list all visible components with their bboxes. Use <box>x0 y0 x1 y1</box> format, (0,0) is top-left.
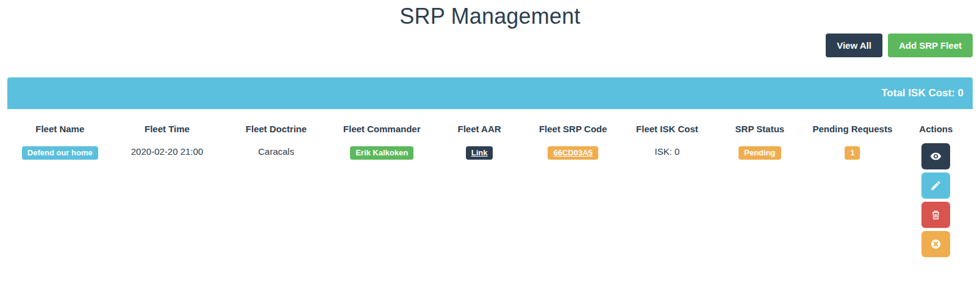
fleet-doctrine-value: Caracals <box>221 139 331 262</box>
pencil-icon <box>930 180 942 191</box>
fleet-time-value: 2020-02-20 21:00 <box>113 139 222 262</box>
table-header-row: Fleet Name Fleet Time Fleet Doctrine Fle… <box>7 119 973 139</box>
fleet-srp-code-link[interactable]: 66CD03A5 <box>548 146 598 160</box>
column-header-fleet-time: Fleet Time <box>113 119 222 139</box>
fleet-aar-link[interactable]: Link <box>466 146 493 160</box>
circle-x-icon <box>930 238 942 250</box>
edit-fleet-button[interactable] <box>921 172 950 199</box>
column-header-fleet-commander: Fleet Commander <box>331 119 433 139</box>
table-row: Defend our home 2020-02-20 21:00 Caracal… <box>7 139 973 262</box>
srp-management-page: SRP Management View All Add SRP Fleet To… <box>0 0 980 262</box>
total-isk-cost-label: Total ISK Cost: 0 <box>881 87 964 99</box>
total-isk-cost-banner: Total ISK Cost: 0 <box>7 77 973 109</box>
column-header-fleet-srp-code: Fleet SRP Code <box>526 119 620 139</box>
fleet-name-badge: Defend our home <box>22 146 98 160</box>
column-header-actions: Actions <box>900 119 973 139</box>
view-fleet-button[interactable] <box>921 143 950 169</box>
column-header-fleet-name: Fleet Name <box>7 119 113 139</box>
pending-requests-badge: 1 <box>845 146 860 160</box>
page-title: SRP Management <box>7 0 973 29</box>
column-header-srp-status: SRP Status <box>714 119 806 139</box>
srp-fleet-table: Fleet Name Fleet Time Fleet Doctrine Fle… <box>7 119 973 262</box>
view-all-button[interactable]: View All <box>826 34 882 57</box>
column-header-pending-requests: Pending Requests <box>806 119 900 139</box>
delete-fleet-button[interactable] <box>921 202 950 228</box>
toolbar: View All Add SRP Fleet <box>7 34 973 57</box>
srp-status-badge: Pending <box>739 146 781 160</box>
add-srp-fleet-button[interactable]: Add SRP Fleet <box>888 34 973 57</box>
eye-icon <box>930 151 942 162</box>
column-header-fleet-aar: Fleet AAR <box>433 119 526 139</box>
trash-icon <box>930 209 942 221</box>
fleet-commander-badge: Erik Kalkoken <box>350 146 413 160</box>
row-actions <box>902 143 970 257</box>
disable-fleet-button[interactable] <box>921 231 950 257</box>
column-header-fleet-isk-cost: Fleet ISK Cost <box>620 119 714 139</box>
fleet-isk-cost-value: ISK: 0 <box>620 139 714 262</box>
column-header-fleet-doctrine: Fleet Doctrine <box>221 119 331 139</box>
